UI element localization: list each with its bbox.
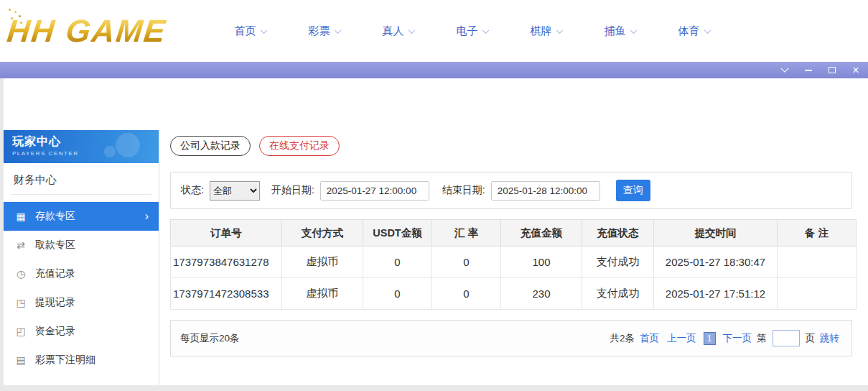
recharge-status-cell: 支付成功 [582, 247, 654, 278]
end-date-input[interactable] [491, 181, 600, 201]
chevron-down-icon [630, 27, 637, 34]
remark-cell [778, 278, 857, 310]
nav-item-label: 捕鱼 [605, 24, 626, 38]
table-header-row: 订单号 支付方式 USDT金额 汇 率 充值金额 充值状态 提交时间 备 注 [171, 220, 857, 247]
sidebar-item-withdrawal-record[interactable]: ◳ 提现记录 [4, 288, 159, 317]
next-page-link[interactable]: 下一页 [723, 332, 752, 345]
maximize-icon[interactable] [827, 65, 837, 75]
sidebar-menu: ▦ 存款专区 › ⇄ 取款专区 ◷ 充值记录 ◳ 提现记录 [4, 202, 159, 374]
finance-center-label: 财务中心 [11, 163, 151, 195]
recharge-amount-cell: 100 [501, 247, 582, 278]
page-size-text: 每页显示20条 [180, 332, 240, 345]
col-exchange-rate: 汇 率 [432, 220, 501, 247]
jump-page-input[interactable] [773, 330, 800, 346]
col-submit-time: 提交时间 [654, 220, 778, 247]
tab-company-deposit-records[interactable]: 公司入款记录 [170, 136, 251, 156]
col-order-no: 订单号 [171, 220, 282, 247]
chevron-down-icon [556, 27, 563, 34]
nav-item-lottery[interactable]: 彩票 [287, 24, 361, 38]
usdt-amount-cell: 0 [363, 278, 432, 310]
sidebar-item-label: 资金记录 [35, 325, 75, 338]
nav-item-label: 彩票 [309, 24, 330, 38]
players-center-header: 玩家中心 PLAYERS CENTER [4, 130, 159, 163]
chevron-down-icon [704, 27, 711, 34]
logo-text: HH GAME [5, 13, 168, 49]
nav-item-label: 电子 [457, 24, 478, 38]
sidebar-item-deposit[interactable]: ▦ 存款专区 › [4, 202, 159, 231]
col-remark: 备 注 [778, 220, 857, 247]
end-date-label: 结束日期: [442, 184, 485, 197]
start-date-input[interactable] [320, 181, 429, 201]
submit-time-cell: 2025-01-27 18:30:47 [654, 247, 778, 278]
tab-online-payment-records[interactable]: 在线支付记录 [259, 136, 340, 156]
sidebar-item-lottery-bets[interactable]: ▤ 彩票下注明细 [4, 346, 159, 374]
withdrawal-record-icon: ◳ [14, 297, 27, 308]
col-usdt-amount: USDT金额 [363, 220, 432, 247]
top-navbar: HH GAME 首页 彩票 真人 电子 棋牌 [0, 0, 868, 62]
exchange-rate-cell: 0 [432, 247, 501, 278]
recharge-amount-cell: 230 [501, 278, 582, 310]
status-select[interactable]: 全部 [210, 181, 260, 201]
sidebar-item-label: 充值记录 [35, 267, 75, 280]
chevron-down-icon[interactable] [780, 65, 790, 75]
logo-sparkles [9, 9, 11, 11]
pagination-bar: 每页显示20条 共2条 首页 上一页 1 下一页 第 页 跳转 [170, 320, 852, 356]
nav-item-label: 真人 [383, 24, 404, 38]
nav-item-sports[interactable]: 体育 [657, 24, 731, 38]
nav-item-boardgames[interactable]: 棋牌 [509, 24, 583, 38]
deposit-icon: ▦ [14, 211, 27, 222]
current-page-badge[interactable]: 1 [704, 332, 716, 345]
nav-item-label: 棋牌 [531, 24, 552, 38]
exchange-rate-cell: 0 [432, 278, 501, 310]
recharge-record-icon: ◷ [14, 268, 27, 280]
remark-cell [778, 247, 857, 278]
usdt-amount-cell: 0 [363, 247, 432, 278]
records-table: 订单号 支付方式 USDT金额 汇 率 充值金额 充值状态 提交时间 备 注 1 [170, 219, 857, 310]
jump-button[interactable]: 跳转 [820, 332, 839, 345]
chevron-down-icon [482, 27, 489, 34]
nav-item-home[interactable]: 首页 [213, 24, 287, 38]
query-button[interactable]: 查询 [616, 180, 650, 201]
sidebar-item-label: 取款专区 [35, 239, 75, 252]
chevron-down-icon [408, 27, 415, 34]
filter-bar: 状态: 全部 开始日期: 结束日期: 查询 [170, 172, 852, 209]
window-titlebar: × [0, 62, 868, 78]
sidebar-item-funds-record[interactable]: ◰ 资金记录 [4, 317, 159, 346]
withdraw-icon: ⇄ [14, 239, 27, 251]
logo: HH GAME [7, 6, 167, 56]
nav-item-label: 首页 [235, 24, 256, 38]
prev-page-link[interactable]: 上一页 [667, 332, 696, 345]
jump-suffix-label: 页 [806, 332, 816, 345]
funds-record-icon: ◰ [14, 326, 27, 337]
sidebar-item-recharge-record[interactable]: ◷ 充值记录 [4, 259, 159, 288]
col-recharge-status: 充值状态 [582, 220, 654, 247]
submit-time-cell: 2025-01-27 17:51:12 [654, 278, 778, 310]
chevron-down-icon [334, 27, 341, 34]
screen: HH GAME 首页 彩票 真人 电子 棋牌 [0, 0, 868, 391]
record-tabs: 公司入款记录 在线支付记录 [170, 136, 852, 156]
main-content: 公司入款记录 在线支付记录 状态: 全部 开始日期: 结束日期: 查询 [167, 130, 868, 385]
decorative-circle [116, 133, 140, 157]
decorative-circle [104, 146, 116, 157]
total-count: 共2条 [610, 332, 635, 345]
close-icon[interactable]: × [851, 65, 861, 75]
minimize-icon[interactable] [803, 65, 813, 75]
sidebar: 玩家中心 PLAYERS CENTER 财务中心 ▦ 存款专区 › ⇄ 取款专区 [4, 130, 159, 385]
nav-item-live[interactable]: 真人 [361, 24, 435, 38]
payment-method-cell: 虚拟币 [282, 247, 363, 278]
pagination-controls: 共2条 首页 上一页 1 下一页 第 页 跳转 [610, 330, 842, 346]
table-row: 1737973847631278 虚拟币 0 0 100 支付成功 2025-0… [171, 247, 857, 278]
col-payment-method: 支付方式 [282, 220, 363, 247]
table-row: 1737971472308533 虚拟币 0 0 230 支付成功 2025-0… [171, 278, 857, 310]
window-body: 玩家中心 PLAYERS CENTER 财务中心 ▦ 存款专区 › ⇄ 取款专区 [0, 78, 868, 391]
lottery-bets-icon: ▤ [14, 354, 27, 366]
app-panel: 玩家中心 PLAYERS CENTER 财务中心 ▦ 存款专区 › ⇄ 取款专区 [4, 78, 868, 385]
main-nav: 首页 彩票 真人 电子 棋牌 捕鱼 [213, 0, 731, 62]
col-recharge-amount: 充值金额 [501, 220, 582, 247]
sidebar-item-withdraw[interactable]: ⇄ 取款专区 [4, 231, 159, 259]
jump-prefix-label: 第 [757, 332, 767, 345]
nav-item-fishing[interactable]: 捕鱼 [583, 24, 657, 38]
first-page-link[interactable]: 首页 [640, 332, 659, 345]
nav-item-slots[interactable]: 电子 [435, 24, 509, 38]
sidebar-item-label: 提现记录 [35, 296, 75, 309]
